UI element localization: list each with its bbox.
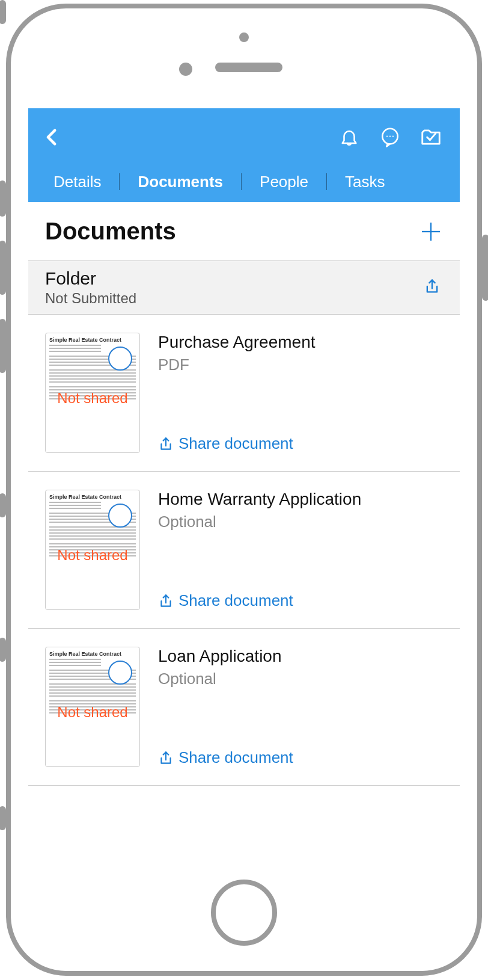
- phone-sensor-dot: [239, 32, 249, 42]
- document-thumbnail[interactable]: Simple Real Estate Contract Not shared: [45, 490, 140, 610]
- chevron-left-icon: [42, 127, 63, 147]
- thumb-watermark: Not shared: [46, 547, 139, 564]
- folder-title: Folder: [45, 268, 424, 289]
- share-document-label: Share document: [178, 434, 293, 453]
- svg-point-3: [392, 135, 394, 137]
- document-row[interactable]: Simple Real Estate Contract Not shared H…: [28, 472, 460, 629]
- document-subtitle: Optional: [158, 513, 443, 531]
- folder-row[interactable]: Folder Not Submitted: [28, 260, 460, 315]
- tab-separator: [241, 173, 242, 190]
- tab-documents[interactable]: Documents: [134, 173, 227, 191]
- share-document-label: Share document: [178, 748, 293, 767]
- phone-side-bump: [0, 493, 6, 517]
- svg-point-2: [389, 135, 391, 137]
- tab-separator: [326, 173, 327, 190]
- document-row[interactable]: Simple Real Estate Contract Not shared L…: [28, 629, 460, 786]
- phone-side-bump: [0, 638, 6, 662]
- phone-side-bump: [0, 0, 6, 24]
- share-document-link[interactable]: Share document: [158, 748, 443, 767]
- tab-details[interactable]: Details: [50, 173, 105, 191]
- folder-check-icon: [419, 126, 442, 149]
- notifications-button[interactable]: [331, 119, 367, 155]
- share-icon: [158, 750, 174, 766]
- phone-speaker: [215, 63, 282, 72]
- bell-icon: [339, 127, 359, 147]
- document-title: Home Warranty Application: [158, 490, 443, 509]
- document-title: Purchase Agreement: [158, 333, 443, 352]
- document-row[interactable]: Simple Real Estate Contract Not shared P…: [28, 315, 460, 472]
- back-button[interactable]: [39, 124, 66, 150]
- share-icon: [158, 436, 174, 452]
- share-document-link[interactable]: Share document: [158, 434, 443, 453]
- folder-share-button[interactable]: [424, 278, 443, 297]
- phone-side-bump: [0, 241, 6, 295]
- thumb-stamp-icon: [108, 661, 132, 685]
- thumb-watermark: Not shared: [46, 704, 139, 721]
- share-icon: [158, 593, 174, 609]
- tab-people[interactable]: People: [256, 173, 312, 191]
- phone-side-bump: [0, 180, 6, 217]
- tab-tasks[interactable]: Tasks: [341, 173, 388, 191]
- thumb-stamp-icon: [108, 504, 132, 528]
- share-document-label: Share document: [178, 591, 293, 610]
- document-title: Loan Application: [158, 647, 443, 666]
- phone-side-bump: [0, 319, 6, 373]
- document-thumbnail[interactable]: Simple Real Estate Contract Not shared: [45, 333, 140, 453]
- document-subtitle: Optional: [158, 670, 443, 688]
- phone-side-bump: [0, 806, 6, 830]
- thumb-watermark: Not shared: [46, 390, 139, 407]
- document-thumbnail[interactable]: Simple Real Estate Contract Not shared: [45, 647, 140, 767]
- phone-home-button[interactable]: [211, 880, 277, 946]
- page-title: Documents: [45, 218, 176, 245]
- messages-button[interactable]: [372, 119, 408, 155]
- header-tabs: Details Documents People Tasks: [39, 166, 449, 202]
- share-icon: [424, 278, 441, 295]
- thumb-heading: Simple Real Estate Contract: [49, 651, 136, 657]
- add-document-button[interactable]: [419, 220, 443, 244]
- thumb-heading: Simple Real Estate Contract: [49, 494, 136, 500]
- plus-icon: [419, 220, 443, 244]
- chat-icon: [380, 127, 400, 147]
- document-subtitle: PDF: [158, 356, 443, 374]
- folder-status: Not Submitted: [45, 290, 424, 307]
- phone-side-bump: [482, 235, 488, 301]
- phone-camera-dot: [179, 63, 192, 76]
- tab-separator: [119, 173, 120, 190]
- svg-point-1: [386, 135, 388, 137]
- thumb-stamp-icon: [108, 347, 132, 371]
- app-header: Details Documents People Tasks: [28, 108, 460, 202]
- checklist-button[interactable]: [413, 119, 449, 155]
- thumb-heading: Simple Real Estate Contract: [49, 337, 136, 343]
- share-document-link[interactable]: Share document: [158, 591, 443, 610]
